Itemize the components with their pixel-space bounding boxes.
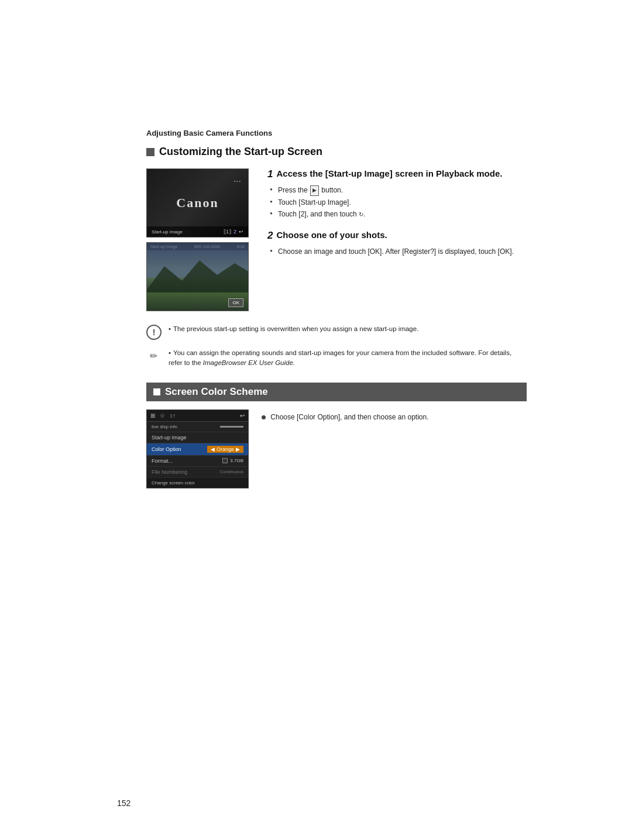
menu-row-disp: live disp info xyxy=(147,422,248,432)
step-1-bullet-3: Touch [2], and then touch ↻. xyxy=(270,209,527,219)
menu-icon-1: ⊞ xyxy=(150,412,155,419)
step-2-number: 2 xyxy=(267,230,273,242)
note-box: ✏ •You can assign the operating sounds a… xyxy=(146,348,527,369)
warning-icon-container: ! xyxy=(146,325,163,341)
steps-area: Canon ··· Start-up Image ⟦1⟧ 2 ↩ xyxy=(146,168,527,311)
rotate-icon: ↻ xyxy=(359,210,363,219)
screenshots-col: Canon ··· Start-up Image ⟦1⟧ 2 ↩ xyxy=(146,168,255,311)
color-scheme-instruction: Choose [Color Option], and then choose a… xyxy=(262,409,527,422)
menu-label-disp: live disp info xyxy=(152,424,177,429)
color-scheme-heading: Screen Color Scheme xyxy=(146,383,527,401)
icon-3: ↩ xyxy=(239,229,243,235)
step-2-header: 2 Choose one of your shots. xyxy=(267,230,527,242)
menu-label-color: Color Option xyxy=(152,446,181,452)
step-1-title: Access the [Start-up Image] screen in Pl… xyxy=(276,168,502,180)
canon-logo: Canon xyxy=(176,195,218,211)
note-text: •You can assign the operating sounds and… xyxy=(169,348,527,369)
menu-row-format: Format... 3.7GB xyxy=(147,456,248,467)
menu-icon-3: ↕↑ xyxy=(170,412,176,419)
step-2-title: Choose one of your shots. xyxy=(276,230,387,241)
customize-heading: Customizing the Start-up Screen xyxy=(146,146,527,158)
warning-circle-icon: ! xyxy=(146,325,162,340)
page-number: 152 xyxy=(117,798,130,808)
menu-val-continuous: Continuous xyxy=(220,469,243,474)
canon-startup-screen: Canon ··· Start-up Image ⟦1⟧ 2 ↩ xyxy=(146,168,249,237)
pencil-icon: ✏ xyxy=(146,349,160,363)
menu-row-startup: Start-up Image xyxy=(147,432,248,443)
menu-val-orange: ◀ Orange ▶ xyxy=(207,446,243,453)
color-scheme-content: ⊞ ☆ ↕↑ ↩ live disp info Start-up Image xyxy=(146,409,527,488)
camera-menu-mock: ⊞ ☆ ↕↑ ↩ live disp info Start-up Image xyxy=(146,409,249,488)
warning-box: ! •The previous start-up setting is over… xyxy=(146,324,527,341)
step-1-bullet-2: Touch [Start-up Image]. xyxy=(270,197,527,208)
ok-button: OK xyxy=(228,298,243,307)
menu-label-format: Format... xyxy=(152,458,173,464)
step-2-bullet-1: Choose an image and touch [OK]. After [R… xyxy=(270,246,527,257)
info-boxes: ! •The previous start-up setting is over… xyxy=(146,324,527,369)
customize-title: Customizing the Start-up Screen xyxy=(159,146,322,158)
screen-dots: ··· xyxy=(233,176,241,187)
format-size: 3.7GB xyxy=(230,458,243,463)
playback-button-icon: ▶ xyxy=(310,185,319,196)
color-scheme-section: Screen Color Scheme ⊞ ☆ ↕↑ ↩ live disp i… xyxy=(146,383,527,488)
orange-left-arrow: ◀ xyxy=(211,446,215,452)
orange-right-arrow: ▶ xyxy=(236,446,240,452)
startup-image-label: Start-up Image xyxy=(152,229,183,235)
icon-1: ⟦1⟧ xyxy=(224,229,231,235)
bullet-dot xyxy=(262,415,266,419)
format-checkbox xyxy=(222,458,228,463)
bottom-icons: ⟦1⟧ 2 ↩ xyxy=(224,229,243,235)
heading-square-icon xyxy=(146,148,154,156)
warning-text: •The previous start-up setting is overwr… xyxy=(169,324,418,334)
canon-screen-inner: Canon ··· Start-up Image ⟦1⟧ 2 ↩ xyxy=(147,169,248,237)
menu-slider xyxy=(220,426,243,428)
step-1-header: 1 Access the [Start-up Image] screen in … xyxy=(267,168,527,180)
step-1-bullets: Press the ▶ button. Touch [Start-up Imag… xyxy=(267,185,527,219)
step-2-block: 2 Choose one of your shots. Choose an im… xyxy=(267,230,527,257)
menu-row-color-option: Color Option ◀ Orange ▶ xyxy=(147,443,248,456)
menu-back-icon: ↩ xyxy=(240,412,245,419)
menu-icon-2: ☆ xyxy=(160,412,165,419)
step-1-bullet-1: Press the ▶ button. xyxy=(270,185,527,196)
step-1-number: 1 xyxy=(267,168,273,180)
canon-bottom-bar: Start-up Image ⟦1⟧ 2 ↩ xyxy=(147,226,248,237)
landscape-screen: Start-up Image IMG 100-0004 4/16 xyxy=(146,242,249,311)
menu-label-startup: Start-up Image xyxy=(152,435,187,440)
note-icon-container: ✏ xyxy=(146,349,163,365)
section-label: Adjusting Basic Camera Functions xyxy=(146,129,527,137)
menu-label-filenumber: File Numbering xyxy=(152,469,187,475)
step-2-bullets: Choose an image and touch [OK]. After [R… xyxy=(267,246,527,257)
icon-2: 2 xyxy=(233,229,236,235)
content-area: Adjusting Basic Camera Functions Customi… xyxy=(29,0,603,535)
step-1-block: 1 Access the [Start-up Image] screen in … xyxy=(267,168,527,219)
menu-bottom-note: Change screen color xyxy=(147,478,248,488)
color-scheme-square-icon xyxy=(153,388,160,395)
menu-topbar: ⊞ ☆ ↕↑ ↩ xyxy=(147,410,248,422)
color-scheme-title: Screen Color Scheme xyxy=(165,386,268,398)
menu-val-format: 3.7GB xyxy=(222,458,243,463)
menu-row-filenumber: File Numbering Continuous xyxy=(147,467,248,478)
page: Adjusting Basic Camera Functions Customi… xyxy=(0,0,632,840)
steps-col: 1 Access the [Start-up Image] screen in … xyxy=(267,168,527,311)
